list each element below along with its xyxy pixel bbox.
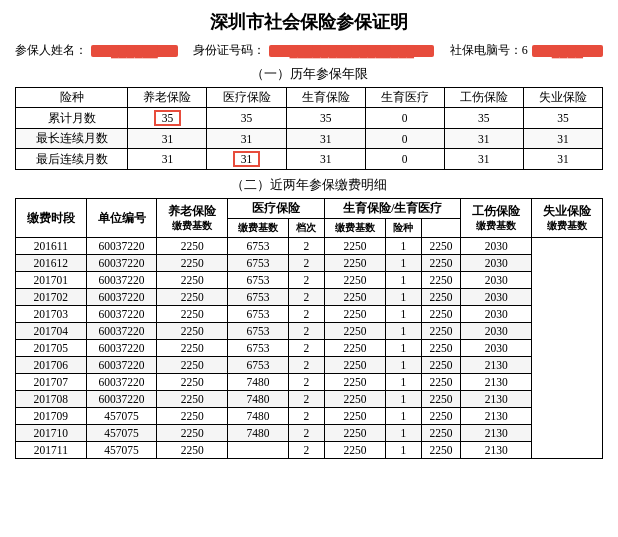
detail-cell: 60037220 xyxy=(86,306,157,323)
col-gongshang: 工伤保险 xyxy=(444,88,523,108)
detail-cell: 2 xyxy=(289,442,325,459)
col-shengyuyiliao: 生育医疗 xyxy=(365,88,444,108)
detail-cell: 201703 xyxy=(16,306,87,323)
detail-cell: 2250 xyxy=(157,238,228,255)
upper-table-header: 险种 养老保险 医疗保险 生育保险 生育医疗 工伤保险 失业保险 xyxy=(16,88,603,108)
col-shiye-header: 失业保险缴费基数 xyxy=(532,199,603,238)
detail-cell: 2250 xyxy=(421,323,461,340)
detail-cell: 2250 xyxy=(324,306,385,323)
col-danwei-bianhao: 单位编号 xyxy=(86,199,157,238)
detail-cell: 2250 xyxy=(157,306,228,323)
detail-cell: 60037220 xyxy=(86,289,157,306)
detail-cell: 1 xyxy=(385,357,421,374)
detail-cell: 2130 xyxy=(461,408,532,425)
id-label: 身份证号码： xyxy=(193,42,265,59)
upper-cell: 31 xyxy=(207,129,286,149)
detail-cell: 60037220 xyxy=(86,238,157,255)
col-shengyu-xianzhong: 险种 xyxy=(385,219,421,238)
detail-table-row: 2017094570752250748022250122502130 xyxy=(16,408,603,425)
detail-cell: 201611 xyxy=(16,238,87,255)
upper-cell: 0 xyxy=(365,129,444,149)
upper-cell: 0 xyxy=(365,108,444,129)
detail-cell: 1 xyxy=(385,306,421,323)
detail-cell: 60037220 xyxy=(86,357,157,374)
detail-cell: 2250 xyxy=(324,255,385,272)
detail-cell: 2250 xyxy=(421,391,461,408)
detail-cell: 1 xyxy=(385,238,421,255)
detail-cell: 2250 xyxy=(157,340,228,357)
upper-table-row: 累计月数35353503535 xyxy=(16,108,603,129)
detail-cell: 2250 xyxy=(324,425,385,442)
col-shiye: 失业保险 xyxy=(523,88,602,108)
upper-cell: 31 xyxy=(128,149,207,170)
detail-cell: 2250 xyxy=(421,255,461,272)
upper-cell: 31 xyxy=(444,149,523,170)
detail-cell: 2 xyxy=(289,391,325,408)
detail-cell: 457075 xyxy=(86,408,157,425)
detail-cell: 2 xyxy=(289,323,325,340)
detail-table-row: 2017104570752250748022250122502130 xyxy=(16,425,603,442)
col-shengyu-jishu: 缴费基数 xyxy=(324,219,385,238)
detail-table-row: 201706600372202250675322250122502130 xyxy=(16,357,603,374)
detail-cell: 7480 xyxy=(228,408,289,425)
detail-cell: 6753 xyxy=(228,323,289,340)
detail-cell: 1 xyxy=(385,272,421,289)
detail-cell: 2250 xyxy=(421,272,461,289)
detail-cell: 2030 xyxy=(461,306,532,323)
col-yanglao-header: 养老保险缴费基数 xyxy=(157,199,228,238)
upper-cell: 31 xyxy=(286,149,365,170)
detail-cell: 2250 xyxy=(157,408,228,425)
detail-cell: 2130 xyxy=(461,391,532,408)
detail-cell: 2130 xyxy=(461,425,532,442)
detail-cell: 1 xyxy=(385,374,421,391)
person-info: 参保人姓名： ██████ xyxy=(15,42,178,59)
detail-cell: 201706 xyxy=(16,357,87,374)
detail-table-row: 201707600372202250748022250122502130 xyxy=(16,374,603,391)
detail-cell: 1 xyxy=(385,425,421,442)
detail-cell: 2250 xyxy=(157,391,228,408)
detail-cell: 60037220 xyxy=(86,374,157,391)
detail-cell: 6753 xyxy=(228,238,289,255)
detail-cell: 2250 xyxy=(421,238,461,255)
detail-cell: 6753 xyxy=(228,255,289,272)
detail-cell: 2250 xyxy=(324,238,385,255)
detail-cell: 60037220 xyxy=(86,255,157,272)
row-label: 最长连续月数 xyxy=(16,129,128,149)
detail-cell: 201705 xyxy=(16,340,87,357)
detail-cell: 201701 xyxy=(16,272,87,289)
detail-cell: 2250 xyxy=(324,374,385,391)
detail-table-row: 201704600372202250675322250122502030 xyxy=(16,323,603,340)
detail-cell: 6753 xyxy=(228,272,289,289)
col-xinzhong: 险种 xyxy=(16,88,128,108)
detail-cell: 2250 xyxy=(324,323,385,340)
detail-cell: 2250 xyxy=(421,442,461,459)
detail-cell: 1 xyxy=(385,289,421,306)
detail-cell: 2250 xyxy=(157,289,228,306)
upper-cell: 31 xyxy=(523,129,602,149)
upper-cell: 31 xyxy=(286,129,365,149)
detail-cell: 457075 xyxy=(86,442,157,459)
detail-cell: 2250 xyxy=(324,272,385,289)
detail-table-row: 201612600372202250675322250122502030 xyxy=(16,255,603,272)
person-value: ██████ xyxy=(91,45,178,57)
col-gongshang-header: 工伤保险缴费基数 xyxy=(461,199,532,238)
info-row: 参保人姓名： ██████ 身份证号码： ████████████████ 社保… xyxy=(15,42,603,59)
detail-cell: 2250 xyxy=(157,323,228,340)
detail-table-row: 201611600372202250675322250122502030 xyxy=(16,238,603,255)
detail-cell: 2 xyxy=(289,238,325,255)
detail-cell: 7480 xyxy=(228,374,289,391)
detail-cell: 2250 xyxy=(157,255,228,272)
col-shengyu: 生育保险 xyxy=(286,88,365,108)
detail-cell: 2250 xyxy=(324,357,385,374)
upper-cell: 0 xyxy=(365,149,444,170)
detail-cell: 201702 xyxy=(16,289,87,306)
computer-info: 社保电脑号：6 ████ xyxy=(450,42,603,59)
detail-cell: 2 xyxy=(289,408,325,425)
detail-cell: 2250 xyxy=(324,408,385,425)
detail-cell: 2 xyxy=(289,289,325,306)
upper-cell: 31 xyxy=(444,129,523,149)
col-yiliao-dang: 档次 xyxy=(289,219,325,238)
upper-cell: 31 xyxy=(523,149,602,170)
detail-cell: 201704 xyxy=(16,323,87,340)
detail-cell: 2030 xyxy=(461,272,532,289)
